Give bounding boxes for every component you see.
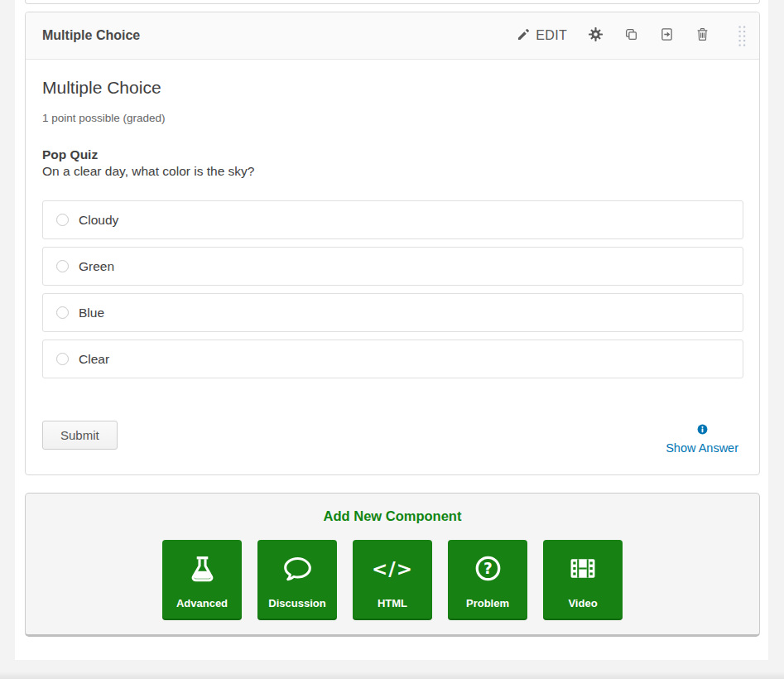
submit-button[interactable]: Submit <box>42 421 118 450</box>
choice-option-blue[interactable]: Blue <box>42 293 743 332</box>
edit-button[interactable]: EDIT <box>517 28 567 43</box>
add-discussion-button[interactable]: Discussion <box>257 540 337 620</box>
add-video-button[interactable]: Video <box>543 540 623 620</box>
component-header: Multiple Choice EDIT <box>26 12 759 60</box>
move-icon <box>660 27 674 44</box>
choice-option-green[interactable]: Green <box>42 247 743 286</box>
question-text: On a clear day, what color is the sky? <box>42 164 743 179</box>
svg-text:?: ? <box>483 560 493 577</box>
add-component-title: Add New Component <box>26 508 759 524</box>
speech-bubble-icon <box>257 540 337 597</box>
add-html-button[interactable]: </> HTML <box>353 540 432 620</box>
duplicate-button[interactable] <box>624 27 638 44</box>
component-button-label: Discussion <box>268 597 325 620</box>
choice-label: Cloudy <box>79 213 118 228</box>
choice-label: Blue <box>79 306 104 320</box>
settings-button[interactable] <box>589 27 603 44</box>
add-advanced-button[interactable]: Advanced <box>162 540 242 620</box>
info-icon <box>697 423 708 438</box>
question-circle-icon: ? <box>448 540 527 597</box>
component-button-label: HTML <box>378 597 407 620</box>
gear-icon <box>589 27 603 44</box>
unit-content-area: Multiple Choice EDIT <box>15 0 768 660</box>
previous-component-edge <box>25 0 760 4</box>
problem-action-row: Submit Show Answer <box>42 421 743 450</box>
add-problem-button[interactable]: ? Problem <box>448 540 527 620</box>
choice-list: Cloudy Green Blue Clear <box>42 200 743 378</box>
page-bottom-edge <box>0 660 784 679</box>
component-button-label: Problem <box>466 597 509 620</box>
code-icon: </> <box>353 540 432 597</box>
problem-body: Multiple Choice 1 point possible (graded… <box>26 60 759 474</box>
component-actions: EDIT <box>517 26 746 46</box>
component-title: Multiple Choice <box>42 28 140 43</box>
component-button-label: Advanced <box>176 597 228 620</box>
radio-button[interactable] <box>56 306 69 319</box>
pencil-icon <box>517 28 530 43</box>
add-new-component-panel: Add New Component Advanced <box>25 493 760 637</box>
component-button-label: Video <box>568 597 597 620</box>
duplicate-icon <box>624 27 638 44</box>
problem-title: Multiple Choice <box>42 78 743 98</box>
choice-label: Clear <box>79 352 109 367</box>
choice-option-cloudy[interactable]: Cloudy <box>42 200 743 239</box>
points-possible: 1 point possible (graded) <box>42 112 743 124</box>
choice-label: Green <box>79 259 114 274</box>
show-answer-link[interactable]: Show Answer <box>666 423 738 455</box>
delete-button[interactable] <box>695 27 709 44</box>
multiple-choice-component: Multiple Choice EDIT <box>25 12 760 475</box>
show-answer-label: Show Answer <box>666 441 738 455</box>
component-type-buttons: Advanced Discussion </> HTML <box>26 540 759 620</box>
flask-icon <box>162 540 242 597</box>
choice-option-clear[interactable]: Clear <box>42 340 743 378</box>
radio-button[interactable] <box>56 214 69 226</box>
radio-button[interactable] <box>56 353 69 365</box>
move-button[interactable] <box>660 27 674 44</box>
radio-button[interactable] <box>56 260 69 272</box>
trash-icon <box>695 27 709 44</box>
film-icon <box>543 540 623 597</box>
question-heading: Pop Quiz <box>42 147 743 161</box>
drag-handle[interactable] <box>738 26 746 46</box>
edit-button-label: EDIT <box>536 28 567 43</box>
